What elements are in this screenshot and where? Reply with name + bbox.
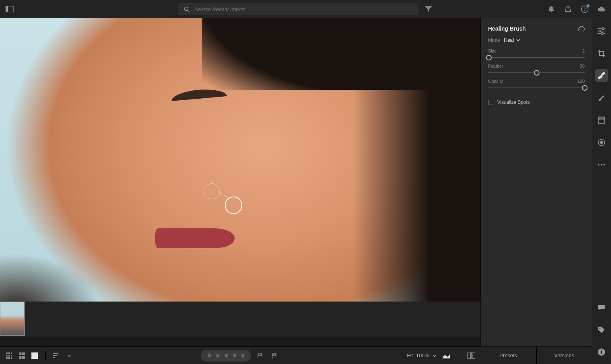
svg-point-47 [601, 350, 602, 351]
rating-control[interactable]: ★ ★ ★ ★ ★ [201, 350, 251, 362]
healing-brush-icon[interactable] [595, 69, 608, 82]
more-icon[interactable] [595, 158, 608, 171]
checkbox-icon [488, 100, 493, 105]
heal-source-marker[interactable] [204, 183, 220, 199]
svg-rect-36 [601, 72, 605, 76]
filmstrip [0, 302, 481, 337]
chevron-down-icon [516, 38, 520, 42]
opacity-slider[interactable]: Opacity 100 [488, 79, 585, 88]
panel-tabs: Presets Versions [481, 346, 592, 364]
notification-dot [587, 4, 590, 7]
opacity-label: Opacity [488, 79, 503, 84]
svg-rect-13 [11, 355, 12, 356]
svg-point-2 [185, 7, 188, 10]
presets-tab[interactable]: Presets [481, 347, 536, 364]
flag-pick-icon[interactable] [257, 352, 264, 359]
svg-rect-8 [6, 352, 8, 354]
mode-label: Mode [488, 37, 500, 43]
svg-point-43 [603, 164, 605, 165]
crop-icon[interactable] [595, 47, 608, 60]
visualize-label: Visualize Spots [497, 99, 530, 105]
svg-rect-16 [11, 357, 12, 359]
svg-point-40 [600, 141, 603, 144]
healing-panel: Healing Brush Mode Heal Size 2 Feather 5… [481, 18, 592, 364]
svg-rect-10 [11, 352, 12, 354]
size-label: Size [488, 49, 496, 53]
cloud-icon[interactable] [597, 5, 605, 13]
linear-gradient-icon[interactable] [595, 114, 608, 127]
single-view-icon[interactable] [30, 351, 39, 360]
help-icon[interactable]: ? [581, 5, 589, 13]
svg-rect-27 [472, 353, 475, 358]
mode-value: Heal [504, 37, 514, 43]
search-icon [184, 6, 190, 12]
svg-rect-9 [8, 352, 10, 354]
feather-slider[interactable]: Feather 50 [488, 64, 585, 73]
svg-rect-17 [19, 352, 21, 355]
search-box[interactable] [178, 3, 418, 15]
sort-chevron-icon[interactable] [65, 351, 74, 360]
star-3-icon[interactable]: ★ [223, 351, 229, 360]
chevron-down-icon [432, 354, 436, 358]
svg-rect-26 [467, 353, 471, 358]
size-value: 2 [582, 49, 585, 53]
radial-gradient-icon[interactable] [595, 136, 608, 149]
edit-sliders-icon[interactable] [595, 25, 608, 37]
flag-reject-icon[interactable] [271, 352, 278, 359]
panel-toggle-icon[interactable] [6, 5, 14, 13]
svg-point-30 [602, 28, 604, 30]
svg-text:?: ? [584, 7, 586, 12]
zoom-pct-label: 100% [416, 352, 429, 358]
histogram-icon[interactable] [442, 351, 451, 360]
svg-rect-12 [8, 355, 10, 356]
svg-point-32 [599, 30, 601, 32]
svg-point-42 [601, 164, 602, 165]
svg-rect-21 [31, 352, 38, 359]
svg-rect-15 [8, 357, 10, 359]
aux-rail [592, 292, 611, 364]
svg-point-44 [599, 328, 601, 329]
panel-title: Healing Brush [488, 25, 526, 32]
star-1-icon[interactable]: ★ [206, 351, 212, 360]
sort-icon[interactable] [52, 351, 61, 360]
thumbnail[interactable] [0, 302, 25, 336]
svg-point-41 [598, 164, 599, 165]
svg-rect-18 [22, 352, 25, 355]
reset-icon[interactable] [578, 26, 585, 31]
svg-rect-46 [601, 351, 602, 354]
info-icon[interactable] [595, 346, 608, 358]
opacity-value: 100 [578, 79, 585, 84]
filter-icon[interactable] [424, 5, 433, 14]
svg-point-5 [551, 11, 552, 12]
before-after-icon[interactable] [467, 351, 476, 360]
grid-large-icon[interactable] [18, 351, 26, 360]
tool-rail [592, 18, 611, 334]
svg-rect-20 [22, 356, 25, 359]
bell-icon[interactable] [547, 5, 555, 13]
search-input[interactable] [194, 6, 413, 13]
zoom-control[interactable]: Fit 100% [407, 352, 436, 358]
star-5-icon[interactable]: ★ [240, 351, 246, 360]
versions-tab[interactable]: Versions [536, 347, 592, 364]
heal-target-marker[interactable] [225, 197, 242, 214]
visualize-spots-toggle[interactable]: Visualize Spots [488, 99, 585, 105]
size-slider[interactable]: Size 2 [488, 49, 585, 58]
svg-line-3 [188, 10, 190, 12]
brush-icon[interactable] [595, 91, 608, 104]
feather-label: Feather [488, 64, 503, 68]
svg-marker-4 [425, 6, 432, 12]
share-icon[interactable] [564, 5, 572, 13]
tag-icon[interactable] [595, 323, 608, 336]
svg-rect-1 [6, 6, 8, 12]
svg-point-34 [601, 33, 603, 35]
svg-rect-14 [6, 357, 8, 359]
star-2-icon[interactable]: ★ [215, 351, 221, 360]
star-4-icon[interactable]: ★ [232, 351, 237, 360]
mode-dropdown[interactable]: Heal [504, 37, 520, 43]
svg-rect-38 [598, 117, 605, 120]
zoom-fit-label: Fit [407, 352, 413, 358]
svg-rect-11 [6, 355, 8, 356]
comment-icon[interactable] [595, 301, 608, 314]
image-canvas[interactable] [0, 18, 481, 302]
grid-small-icon[interactable] [5, 351, 14, 360]
